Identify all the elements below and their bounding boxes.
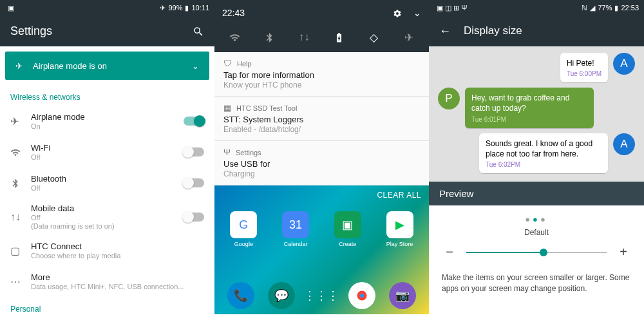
shield-icon: 🛡 <box>223 59 232 68</box>
notif-sub: Charging <box>223 169 420 178</box>
app-create[interactable]: ▣Create <box>334 211 361 247</box>
preview-pane: A Hi Pete!Tue 6:00PM P Hey, want to grab… <box>429 46 644 182</box>
dock-messages-icon[interactable]: 💬 <box>268 282 295 309</box>
toggle-mobile-data[interactable] <box>184 213 204 222</box>
calendar-day: 31 <box>289 218 302 232</box>
message-time: Tue 6:00PM <box>567 70 601 77</box>
notif-title: Use USB for <box>223 159 420 169</box>
qs-battery-icon[interactable] <box>327 31 352 44</box>
message-text: Hi Pete! <box>567 58 601 68</box>
row-title: HTC Connect <box>31 242 204 251</box>
settings-icon[interactable] <box>393 8 402 18</box>
page-title: Display size <box>464 24 522 37</box>
notif-title: Tap for more information <box>223 70 420 80</box>
app-play-store[interactable]: ▶Play Store <box>386 211 413 247</box>
avatar: A <box>613 53 635 75</box>
increase-button[interactable]: + <box>616 245 631 260</box>
toggle-airplane[interactable] <box>184 117 204 126</box>
category-wireless: Wireless & networks <box>0 85 214 106</box>
dock-apps-icon[interactable]: ⋮⋮⋮ <box>308 282 335 309</box>
battery-icon: ▮ <box>185 4 189 12</box>
airplane-banner[interactable]: ✈ Airplane mode is on ⌄ <box>5 52 209 80</box>
qs-rotate-icon[interactable]: ◇ <box>361 31 387 44</box>
preview-label: Preview <box>429 182 644 205</box>
airplane-icon: ✈ <box>160 4 166 12</box>
row-title: More <box>31 272 204 282</box>
qs-bluetooth-icon[interactable] <box>256 31 282 44</box>
row-more[interactable]: ⋯ MoreData usage, HTC Mini+, NFC, USB co… <box>0 266 214 297</box>
data-icon: ↑↓ <box>10 211 31 223</box>
slider-track[interactable] <box>466 252 607 253</box>
dock-camera-icon[interactable]: 📷 <box>389 282 416 309</box>
row-airplane-mode[interactable]: ✈ Airplane modeOn <box>0 106 214 137</box>
notification-help[interactable]: 🛡Help Tap for more information Know your… <box>214 52 429 97</box>
row-sub2: (Data roaming is set to on) <box>31 222 184 230</box>
qs-data-icon[interactable]: ↑↓ <box>291 31 317 44</box>
dock-chrome-icon[interactable] <box>348 282 375 309</box>
avatar: A <box>613 133 635 155</box>
message-time: Tue 6:02PM <box>486 161 601 168</box>
svg-point-1 <box>360 294 364 298</box>
toggle-bluetooth[interactable] <box>184 178 204 187</box>
clear-all-button[interactable]: CLEAR ALL <box>377 191 421 200</box>
settings-screen: ▣ ✈ 99% ▮ 10:11 Settings ✈ Airplane mode… <box>0 0 214 322</box>
battery-icon: ▮ <box>614 4 618 12</box>
cast-icon: ▢ <box>10 245 31 257</box>
expand-icon[interactable]: ⌄ <box>413 8 421 18</box>
row-personalise[interactable]: ✎ Personalise <box>0 317 214 322</box>
notif-title: STT: System Loggers <box>223 115 420 124</box>
app-bar: ← Display size <box>429 15 644 46</box>
slider-thumb[interactable] <box>540 249 547 256</box>
dock: 📞 💬 ⋮⋮⋮ 📷 <box>214 282 429 309</box>
bluetooth-icon <box>10 177 31 189</box>
row-title: Mobile data <box>31 204 184 213</box>
signal-icon: ◢ <box>590 4 595 12</box>
home-screen: CLEAR ALL GGoogle 31Calendar ▣Create ▶Pl… <box>214 185 429 314</box>
row-wifi[interactable]: Wi-FiOff <box>0 137 214 167</box>
notification-usb[interactable]: ΨSettings Use USB for Charging <box>214 141 429 185</box>
avatar: P <box>438 88 460 109</box>
nfc-icon: ℕ <box>582 4 587 12</box>
qs-time: 22:43 <box>222 8 393 18</box>
row-sub: On <box>31 122 184 130</box>
notif-app: Help <box>237 60 252 68</box>
notif-app: Settings <box>236 149 261 156</box>
notification-shade: 22:43 ⌄ ↑↓ ◇ ✈ 🛡Help Tap for more inform… <box>214 0 429 322</box>
message-out: P Hey, want to grab coffee and catch up … <box>438 88 635 128</box>
page-title: Settings <box>10 24 193 38</box>
chip-icon: ▦ <box>223 103 231 113</box>
size-label: Default <box>429 228 644 237</box>
message-text: Hey, want to grab coffee and catch up to… <box>471 93 587 113</box>
app-calendar[interactable]: 31Calendar <box>282 211 309 247</box>
page-indicator: ●●● <box>429 214 644 224</box>
clock: 22:53 <box>621 4 639 12</box>
qs-airplane-icon[interactable]: ✈ <box>396 31 422 44</box>
app-label: Google <box>230 241 257 247</box>
dock-phone-icon[interactable]: 📞 <box>227 282 254 309</box>
app-bar: Settings <box>0 15 214 46</box>
app-label: Create <box>334 241 361 247</box>
row-title: Airplane mode <box>31 112 184 122</box>
notif-sub: Know your HTC phone <box>223 80 420 90</box>
toggle-wifi[interactable] <box>184 147 204 156</box>
app-label: Play Store <box>386 241 413 247</box>
icon: ▣ ◫ ⊞ Ψ <box>437 4 467 12</box>
quick-settings-header: 22:43 ⌄ ↑↓ ◇ ✈ <box>214 0 429 52</box>
row-mobile-data[interactable]: ↑↓ Mobile dataOff(Data roaming is set to… <box>0 198 214 235</box>
battery-text: 77% <box>598 4 612 12</box>
search-icon[interactable] <box>193 24 204 38</box>
row-htc-connect[interactable]: ▢ HTC ConnectChoose where to play media <box>0 235 214 266</box>
notification-ssd[interactable]: ▦HTC SSD Test Tool STT: System Loggers E… <box>214 97 429 141</box>
app-google[interactable]: GGoogle <box>230 211 257 247</box>
message-time: Tue 6:01PM <box>471 116 587 123</box>
back-icon[interactable]: ← <box>439 24 451 38</box>
notif-app: HTC SSD Test Tool <box>236 104 297 112</box>
decrease-button[interactable]: − <box>442 245 457 260</box>
qs-wifi-icon[interactable] <box>222 31 247 44</box>
row-sub: Data usage, HTC Mini+, NFC, USB connecti… <box>31 283 204 290</box>
row-bluetooth[interactable]: BluetoothOff <box>0 167 214 198</box>
wifi-icon <box>10 146 31 158</box>
row-sub: Off <box>31 184 184 192</box>
airplane-icon: ✈ <box>10 115 31 128</box>
banner-text: Airplane mode is on <box>33 61 192 71</box>
